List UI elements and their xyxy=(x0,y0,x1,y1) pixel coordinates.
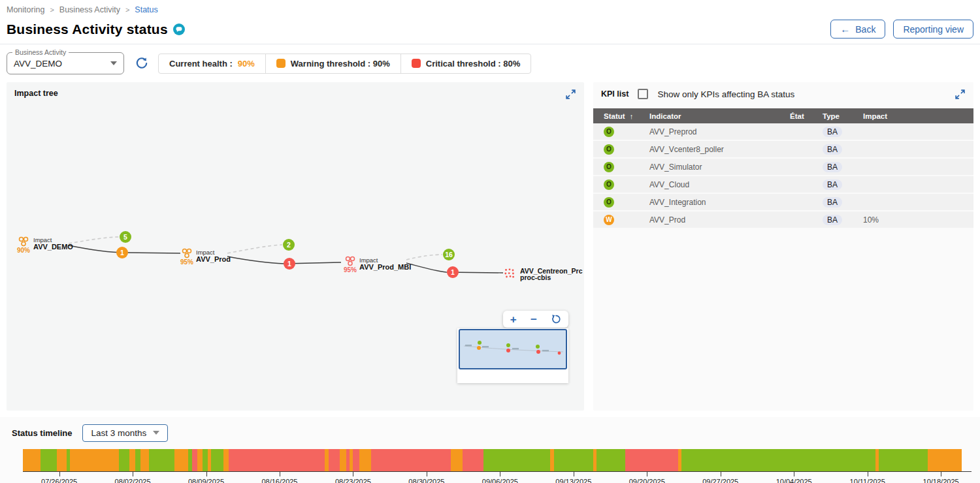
ba-node-icon[interactable] xyxy=(182,248,192,258)
timeline-segment-green[interactable] xyxy=(681,449,875,471)
kpi-indicator: AVV_Cloud xyxy=(649,180,790,189)
timeline-segment-green[interactable] xyxy=(149,449,174,471)
timeline-segment-green[interactable] xyxy=(135,449,140,471)
kpi-list-title: KPI list xyxy=(601,89,629,99)
timeline-segment-green[interactable] xyxy=(596,449,625,471)
timeline-segment-green[interactable] xyxy=(41,449,57,471)
column-etat[interactable]: État xyxy=(790,112,823,120)
kpi-impact: 10% xyxy=(863,215,973,225)
kpi-indicator: AVV_Simulator xyxy=(649,163,790,172)
ba-node-icon[interactable] xyxy=(345,256,355,266)
tree-zoom-controls: + − xyxy=(503,311,568,328)
timeline-segment-red[interactable] xyxy=(463,449,483,471)
axis-date-label: 10/11/2025 xyxy=(850,478,885,483)
kpi-list-panel: KPI list Show only KPIs affecting BA sta… xyxy=(593,82,973,411)
kpi-count-badge[interactable]: 5 xyxy=(120,231,131,243)
breadcrumb-separator: > xyxy=(125,6,129,14)
timeline-range-select[interactable]: Last 3 months xyxy=(82,424,168,442)
kpi-count-badge[interactable]: 1 xyxy=(116,247,128,258)
reset-zoom-icon[interactable] xyxy=(551,314,561,324)
axis-date-label: 08/30/2025 xyxy=(408,478,444,483)
status-timeline-bar[interactable] xyxy=(23,449,962,471)
minimap-viewport[interactable] xyxy=(459,329,567,369)
column-impact[interactable]: Impact xyxy=(863,112,973,120)
axis-tick xyxy=(794,472,794,476)
node-health-pct: 95% xyxy=(176,258,198,266)
health-summary-bar: Current health : 90% Warning threshold :… xyxy=(158,54,531,74)
breadcrumb-business-activity[interactable]: Business Activity xyxy=(59,5,120,14)
type-chip: BA xyxy=(823,179,842,190)
timeline-segment-orange[interactable] xyxy=(451,449,463,471)
timeline-segment-green[interactable] xyxy=(211,449,223,471)
chevron-down-icon xyxy=(153,431,159,435)
timeline-segment-orange[interactable] xyxy=(928,449,962,471)
kpi-row[interactable]: OAVV_IntegrationBA xyxy=(593,194,973,211)
timeline-segment-red[interactable] xyxy=(353,449,359,471)
timeline-segment-red[interactable] xyxy=(371,449,451,471)
timeline-segment-red[interactable] xyxy=(192,449,197,471)
timeline-segment-orange[interactable] xyxy=(129,449,135,471)
impact-tree-canvas[interactable]: 90% Impact AVV_DEMO 95% Impact AVV_Prod xyxy=(7,82,584,411)
breadcrumb-status[interactable]: Status xyxy=(135,5,157,14)
axis-tick xyxy=(280,472,280,476)
show-only-kpis-checkbox[interactable] xyxy=(638,89,648,99)
timeline-segment-orange[interactable] xyxy=(359,449,371,471)
timeline-segment-orange[interactable] xyxy=(70,449,119,471)
column-type[interactable]: Type xyxy=(823,112,863,120)
timeline-segment-green[interactable] xyxy=(879,449,928,471)
business-activity-select[interactable]: Business Activity AVV_DEMO xyxy=(7,52,124,74)
node-name[interactable]: AVV_Prod_MBI xyxy=(359,263,411,271)
kpi-count-badge[interactable]: 1 xyxy=(284,258,295,270)
zoom-in-button[interactable]: + xyxy=(510,314,517,325)
timeline-segment-orange[interactable] xyxy=(140,449,149,471)
reporting-view-button[interactable]: Reporting view xyxy=(893,20,973,39)
timeline-segment-orange[interactable] xyxy=(174,449,188,471)
axis-date-label: 10/18/2025 xyxy=(923,478,959,483)
kpi-count-badge[interactable]: 1 xyxy=(447,266,459,278)
impact-tree-panel: Impact tree xyxy=(7,82,584,411)
axis-tick xyxy=(500,472,500,476)
kpi-count-badge[interactable]: 2 xyxy=(283,239,295,251)
current-health-value: 90% xyxy=(238,59,255,69)
timeline-segment-green[interactable] xyxy=(483,449,550,471)
kpi-row[interactable]: OAVV_Vcenter8_pollerBA xyxy=(593,141,973,159)
comment-icon[interactable] xyxy=(173,23,185,35)
status-badge: O xyxy=(604,197,614,208)
status-timeline-title: Status timeline xyxy=(12,428,72,438)
kpi-indicator: AVV_Preprod xyxy=(649,127,790,136)
expand-icon[interactable] xyxy=(955,89,966,100)
timeline-segment-orange[interactable] xyxy=(57,449,67,471)
ba-node-icon[interactable] xyxy=(18,236,29,247)
node-name[interactable]: AVV_DEMO xyxy=(33,243,73,251)
back-arrow-icon: ← xyxy=(840,23,850,35)
timeline-segment-orange[interactable] xyxy=(23,449,41,471)
kpi-row[interactable]: WAVV_ProdBA10% xyxy=(593,211,973,229)
sort-asc-icon: ↑ xyxy=(630,112,634,120)
kpi-count-badge[interactable]: 16 xyxy=(443,249,455,260)
refresh-icon[interactable] xyxy=(135,56,149,70)
column-statut[interactable]: Statut ↑ xyxy=(604,112,649,120)
kpi-filter-label[interactable]: Show only KPIs affecting BA status xyxy=(657,89,794,99)
kpi-row[interactable]: OAVV_CloudBA xyxy=(593,176,973,194)
timeline-segment-orange[interactable] xyxy=(340,449,346,471)
breadcrumb-monitoring[interactable]: Monitoring xyxy=(7,5,44,14)
timeline-segment-red[interactable] xyxy=(229,449,325,471)
status-badge: O xyxy=(604,127,614,137)
timeline-segment-red[interactable] xyxy=(329,449,340,471)
kpi-row[interactable]: OAVV_PreprodBA xyxy=(593,123,973,141)
timeline-segment-orange[interactable] xyxy=(197,449,203,471)
column-indicator[interactable]: Indicator xyxy=(649,112,790,120)
timeline-segment-orange[interactable] xyxy=(223,449,229,471)
axis-date-label: 08/02/2025 xyxy=(115,478,151,483)
timeline-segment-green[interactable] xyxy=(554,449,593,471)
node-name[interactable]: AVV_Prod xyxy=(196,255,231,263)
timeline-segment-green[interactable] xyxy=(203,449,208,471)
timeline-segment-red[interactable] xyxy=(625,449,678,471)
type-chip: BA xyxy=(823,197,842,208)
kpi-row[interactable]: OAVV_SimulatorBA xyxy=(593,159,973,176)
type-chip: BA xyxy=(823,127,842,137)
back-button[interactable]: ← Back xyxy=(830,20,885,39)
zoom-out-button[interactable]: − xyxy=(531,314,537,325)
timeline-segment-green[interactable] xyxy=(119,449,129,471)
service-dots-icon[interactable] xyxy=(504,268,515,279)
